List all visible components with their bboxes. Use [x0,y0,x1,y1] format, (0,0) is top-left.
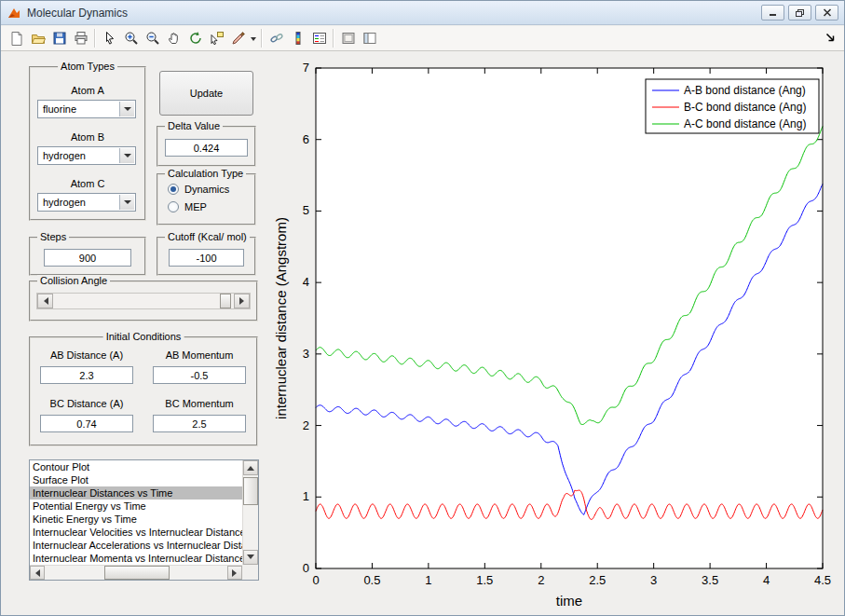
ab-distance-field[interactable] [40,366,133,384]
maximize-icon [795,8,805,18]
collision-angle-panel: Collision Angle [29,281,258,322]
svg-text:5: 5 [303,203,309,217]
show-plot-tools-button[interactable] [359,28,380,49]
cutoff-field[interactable] [169,249,244,267]
list-item[interactable]: Contour Plot [30,460,242,473]
scroll-up-button[interactable] [243,460,258,475]
left-arrow-icon [40,297,48,305]
svg-text:7: 7 [303,61,309,75]
steps-panel-title: Steps [37,231,69,242]
cutoff-panel: Cutoff (Kcal/ mol) [157,237,256,276]
up-arrow-icon [247,462,254,471]
radio-option-mep[interactable]: MEP [168,201,207,212]
atom-a-selected-value: fluorine [43,103,76,115]
scroll-down-button[interactable] [243,550,258,565]
atom-c-combobox[interactable]: hydrogen [37,193,136,212]
toolbar-separator [333,29,334,48]
hide-plot-tools-icon [341,31,356,46]
atom-b-selected-value: hydrogen [43,150,86,161]
ab-momentum-label: AB Momentum [148,349,251,361]
insert-colorbar-button[interactable] [287,28,308,49]
svg-text:1.5: 1.5 [476,573,493,587]
horizontal-scroll-thumb[interactable] [104,566,170,580]
slider-right-arrow-button[interactable] [234,294,250,308]
svg-text:0: 0 [312,573,319,587]
combo-dropdown-icon[interactable] [119,148,134,163]
down-arrow-icon [247,554,254,563]
list-item[interactable]: Internuclear Momenta vs Internuclear Dis… [30,552,242,565]
scroll-left-button[interactable] [30,566,45,580]
scrollbar-corner [242,565,258,580]
bc-momentum-field[interactable] [153,415,246,432]
radio-button-icon [168,184,179,195]
plot-axes[interactable]: 00.511.522.533.544.501234567timeinternuc… [273,59,843,614]
atom-a-combobox[interactable]: fluorine [37,100,136,118]
steps-field[interactable] [44,249,131,267]
ab-distance-label: AB Distance (A) [34,349,139,361]
window-title: Molecular Dynamics [27,7,128,20]
toolbar-separator [94,29,96,48]
brush-dropdown-button[interactable] [249,28,258,49]
close-icon [823,8,832,17]
list-item[interactable]: Surface Plot [30,473,242,486]
zoom-out-button[interactable] [142,28,163,49]
edit-plot-button[interactable] [99,28,120,49]
combo-dropdown-icon[interactable] [119,102,134,116]
print-figure-button[interactable] [70,28,91,49]
radio-option-dynamics[interactable]: Dynamics [168,184,229,195]
atom-types-panel: Atom Types Atom A fluorine Atom B hydrog… [29,66,146,221]
pan-button[interactable] [163,28,184,49]
zoom-in-button[interactable] [120,28,142,49]
brush-data-button[interactable] [227,28,249,49]
zoom-in-icon [124,31,139,46]
svg-text:2: 2 [538,573,544,587]
maximize-button[interactable] [788,5,811,21]
combo-dropdown-icon[interactable] [119,195,134,210]
rotate-3d-button[interactable] [184,28,206,49]
print-figure-icon [74,31,89,46]
atom-b-combobox[interactable]: hydrogen [37,146,136,165]
slider-thumb[interactable] [220,294,231,308]
save-figure-button[interactable] [48,28,70,49]
edit-plot-arrow-icon [102,31,117,46]
new-figure-button[interactable] [6,28,27,49]
open-file-button[interactable] [27,28,48,49]
delta-value-field[interactable] [165,139,248,157]
minimize-icon [769,8,778,17]
vertical-scroll-thumb[interactable] [243,477,258,505]
link-plot-button[interactable] [266,28,287,49]
hide-plot-tools-button[interactable] [337,28,359,49]
svg-text:4: 4 [763,573,770,587]
close-button[interactable] [815,5,838,21]
minimize-button[interactable] [761,5,784,21]
scroll-right-button[interactable] [227,566,242,580]
dock-figure-icon[interactable] [825,32,837,44]
bc-distance-label: BC Distance (A) [34,398,139,409]
collision-angle-slider[interactable] [36,293,251,309]
list-item[interactable]: Internuclear Accelerations vs Internucle… [30,539,242,552]
collision-angle-panel-title: Collision Angle [37,275,110,286]
radio-mep-label: MEP [184,201,207,212]
window: Molecular Dynamics Atom Typ [0,0,845,616]
svg-text:A-B bond distance (Ang): A-B bond distance (Ang) [684,84,806,97]
calculation-type-panel: Calculation Type Dynamics MEP [157,173,256,226]
list-item[interactable]: Potential Energy vs Time [30,500,242,513]
listbox-vertical-scrollbar[interactable] [242,460,258,565]
atom-c-label: Atom C [31,178,144,189]
list-item[interactable]: Internuclear Distances vs Time [30,486,242,500]
list-item[interactable]: Internuclear Velocities vs Internuclear … [30,526,242,539]
brush-icon [231,31,246,46]
ab-momentum-field[interactable] [153,366,246,384]
list-item[interactable]: Kinetic Energy vs Time [30,513,242,526]
bc-momentum-label: BC Momentum [148,398,251,409]
update-button[interactable]: Update [159,71,253,116]
insert-legend-button[interactable] [308,28,330,49]
svg-text:2.5: 2.5 [589,573,606,587]
titlebar[interactable]: Molecular Dynamics [1,1,844,25]
data-cursor-button[interactable] [206,28,227,49]
svg-text:0.5: 0.5 [363,573,380,587]
slider-left-arrow-button[interactable] [37,294,53,308]
bc-distance-field[interactable] [40,415,133,432]
matlab-app-icon [7,7,21,20]
listbox-horizontal-scrollbar[interactable] [30,565,242,580]
